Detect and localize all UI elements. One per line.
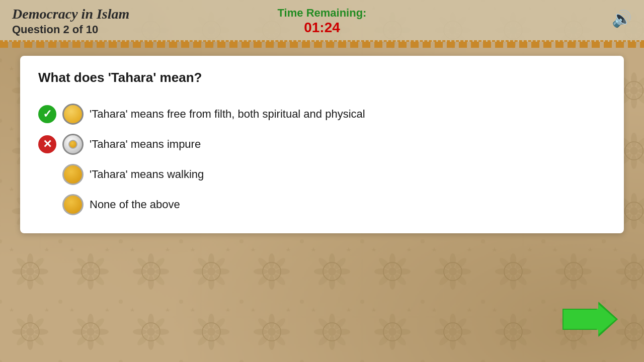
speaker-icon: 🔊 bbox=[612, 10, 632, 28]
time-label: Time Remaining: bbox=[278, 7, 367, 20]
options-list: 'Tahara' means free from filth, both spi… bbox=[38, 104, 606, 215]
option-text-b: 'Tahara' means impure bbox=[90, 138, 201, 151]
app-title: Democracy in Islam bbox=[12, 6, 129, 22]
option-row-b[interactable]: 'Tahara' means impure bbox=[38, 134, 606, 155]
question-text: What does 'Tahara' mean? bbox=[38, 70, 606, 85]
option-text-d: None of the above bbox=[90, 198, 180, 211]
option-row-d[interactable]: None of the above bbox=[38, 194, 606, 215]
option-text-c: 'Tahara' means walking bbox=[90, 168, 204, 181]
header: Democracy in Islam Question 2 of 10 Time… bbox=[0, 0, 644, 42]
crossmark-icon bbox=[43, 138, 52, 151]
header-left: Democracy in Islam Question 2 of 10 bbox=[12, 6, 129, 36]
quiz-card: What does 'Tahara' mean? 'Tahara' means … bbox=[20, 56, 624, 233]
timer-container: Time Remaining: 01:24 bbox=[278, 7, 367, 36]
time-value: 01:24 bbox=[304, 20, 340, 36]
option-row-c[interactable]: 'Tahara' means walking bbox=[38, 164, 606, 185]
checkmark-icon bbox=[43, 108, 52, 121]
question-counter: Question 2 of 10 bbox=[12, 23, 129, 36]
radio-btn-c[interactable] bbox=[62, 164, 84, 185]
radio-btn-d[interactable] bbox=[62, 194, 84, 215]
status-correct-icon bbox=[38, 105, 56, 123]
option-text-a: 'Tahara' means free from filth, both spi… bbox=[90, 108, 365, 121]
radio-btn-b[interactable] bbox=[62, 134, 84, 155]
sound-button[interactable]: 🔊 bbox=[612, 9, 632, 28]
option-row-a[interactable]: 'Tahara' means free from filth, both spi… bbox=[38, 104, 606, 125]
dashed-separator bbox=[0, 42, 644, 48]
radio-btn-a[interactable] bbox=[62, 104, 84, 125]
status-wrong-icon bbox=[38, 135, 56, 153]
